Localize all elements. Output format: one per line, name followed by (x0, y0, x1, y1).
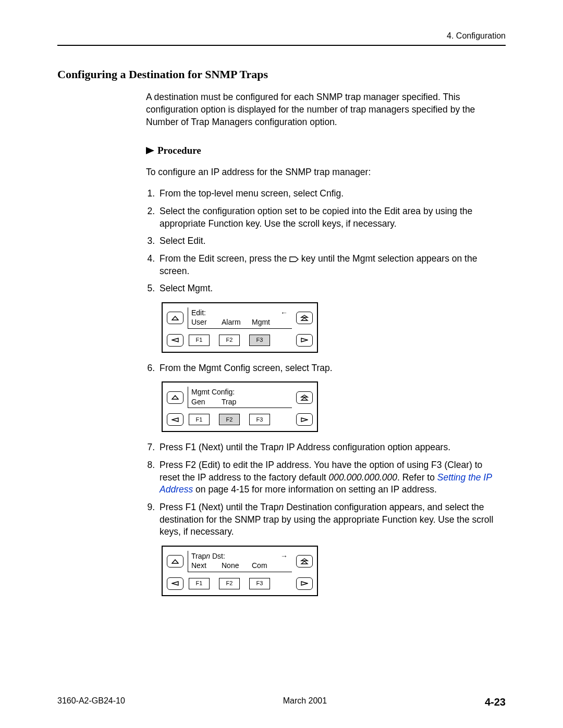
f1-button[interactable]: F1 (189, 414, 210, 425)
step-3: Select Edit. (157, 235, 500, 248)
double-up-button[interactable] (296, 555, 313, 567)
procedure-steps-cont2: Press F1 (Next) until the Trapn IP Addre… (146, 441, 500, 538)
lcd-opt-gen: Gen (191, 397, 222, 407)
right-button[interactable] (296, 413, 313, 426)
step-8: Press F2 (Edit) to edit the IP address. … (157, 459, 500, 496)
lcd-forward-arrow: → (280, 551, 288, 561)
procedure-steps-cont1: From the Mgmt Config screen, select Trap… (146, 362, 500, 375)
intro-paragraph: A destination must be configured for eac… (146, 91, 500, 128)
svg-marker-12 (172, 560, 178, 563)
doc-date: March 2001 (283, 695, 327, 709)
step-2: Select the configuration option set to b… (157, 205, 500, 230)
default-ip: 000.000.000.000 (329, 472, 397, 483)
step-1: From the top-level menu screen, select C… (157, 188, 500, 200)
f1-button[interactable]: F1 (189, 335, 210, 346)
header-rule (57, 45, 506, 46)
up-button[interactable] (167, 555, 183, 567)
lcd-opt-none: None (222, 561, 252, 571)
svg-marker-16 (301, 582, 308, 585)
svg-marker-7 (172, 396, 178, 399)
lcd-opt-user: User (191, 317, 222, 327)
f2-button[interactable]: F2 (219, 335, 240, 346)
doc-id: 3160-A2-GB24-10 (57, 695, 125, 709)
left-button[interactable] (167, 577, 183, 590)
lcd-opt-next: Next (191, 561, 222, 571)
svg-marker-1 (290, 257, 298, 262)
svg-marker-6 (301, 338, 308, 342)
step-4: From the Edit screen, press the key unti… (157, 253, 500, 277)
triangle-left-icon (172, 338, 179, 342)
procedure-steps: From the top-level menu screen, select C… (146, 188, 500, 294)
triangle-right-icon (301, 338, 308, 342)
svg-marker-14 (301, 561, 308, 564)
lcd-opt-trap: Trap (222, 397, 252, 407)
running-header: 4. Configuration (57, 30, 506, 42)
procedure-heading: Procedure (146, 144, 500, 157)
svg-marker-9 (301, 398, 308, 400)
lcd-title: Trapn Dst: (191, 551, 225, 561)
lcd-display: Mgmt Config: Gen Trap (188, 387, 292, 408)
double-triangle-up-icon (300, 394, 309, 401)
left-button[interactable] (167, 413, 183, 426)
page-number: 4-23 (485, 695, 506, 709)
step-6: From the Mgmt Config screen, select Trap… (157, 362, 500, 375)
f3-button[interactable]: F3 (249, 335, 270, 346)
triangle-right-icon (301, 581, 308, 586)
svg-marker-5 (172, 338, 178, 342)
triangle-left-icon (172, 581, 179, 586)
lcd-opt-mgmt: Mgmt (252, 317, 282, 327)
svg-marker-0 (146, 147, 154, 154)
procedure-label: Procedure (157, 144, 201, 157)
step-9: Press F1 (Next) until the Trapn Destinat… (157, 501, 500, 538)
section-title: Configuring a Destination for SNMP Traps (57, 67, 506, 82)
step-7: Press F1 (Next) until the Trapn IP Addre… (157, 441, 500, 454)
lcd-panel-edit: Edit: ← User Alarm Mgmt F1 F2 (162, 302, 318, 353)
triangle-right-icon (301, 417, 308, 422)
svg-marker-11 (301, 418, 308, 422)
double-up-button[interactable] (296, 312, 313, 324)
lcd-display: Trapn Dst: → Next None Com (188, 551, 292, 572)
lcd-panel-trap: Trapn Dst: → Next None Com F1 F2 (162, 546, 318, 596)
triangle-left-icon (172, 417, 179, 422)
up-button[interactable] (167, 312, 183, 324)
procedure-lead: To configure an IP address for the SNMP … (146, 166, 500, 179)
svg-marker-15 (172, 582, 178, 585)
f2-button[interactable]: F2 (219, 578, 240, 589)
lcd-title: Mgmt Config: (191, 387, 235, 397)
play-icon (146, 147, 154, 154)
svg-marker-10 (172, 418, 178, 422)
svg-marker-13 (301, 559, 308, 561)
triangle-up-icon (172, 395, 179, 400)
lcd-opt-alarm: Alarm (222, 317, 252, 327)
lcd-back-arrow: ← (280, 308, 288, 318)
svg-marker-4 (301, 318, 308, 320)
left-button[interactable] (167, 334, 183, 347)
right-button[interactable] (296, 334, 313, 347)
double-triangle-up-icon (300, 315, 309, 321)
right-key-icon (289, 256, 299, 262)
lcd-opt-blank (252, 397, 282, 407)
triangle-up-icon (172, 316, 179, 320)
f1-button[interactable]: F1 (189, 578, 210, 589)
lcd-opt-com: Com (252, 561, 282, 571)
f3-button[interactable]: F3 (249, 578, 270, 589)
lcd-panel-mgmt: Mgmt Config: Gen Trap F1 F2 F3 (162, 381, 318, 432)
right-button[interactable] (296, 577, 313, 590)
page-footer: 3160-A2-GB24-10 March 2001 4-23 (57, 695, 506, 709)
lcd-display: Edit: ← User Alarm Mgmt (188, 307, 292, 329)
svg-marker-8 (301, 395, 308, 397)
lcd-title: Edit: (191, 308, 206, 318)
step-5: Select Mgmt. (157, 282, 500, 295)
double-triangle-up-icon (300, 558, 309, 564)
f2-button[interactable]: F2 (219, 414, 240, 425)
double-up-button[interactable] (296, 391, 313, 404)
svg-marker-2 (172, 316, 178, 320)
svg-marker-3 (301, 315, 308, 317)
up-button[interactable] (167, 391, 183, 404)
f3-button[interactable]: F3 (249, 414, 270, 425)
triangle-up-icon (172, 559, 179, 564)
